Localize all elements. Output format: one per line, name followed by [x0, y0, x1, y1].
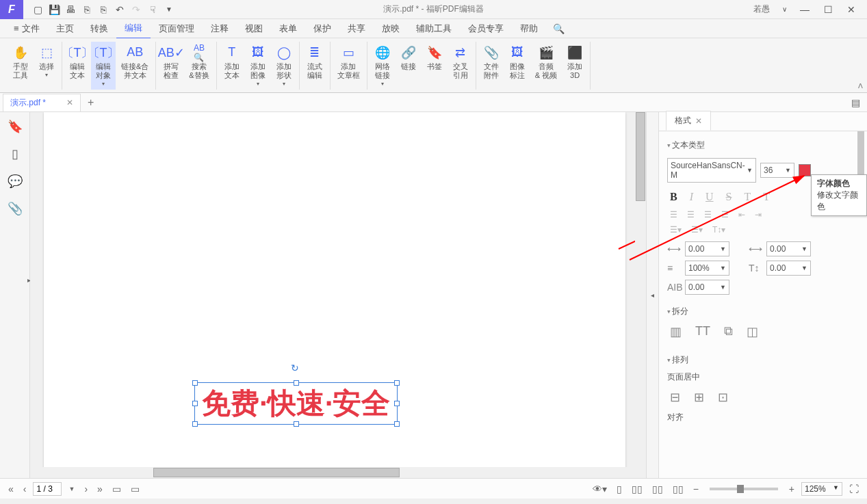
panel-tab-close-icon[interactable]: ✕	[695, 116, 702, 126]
save-icon[interactable]: 💾	[47, 2, 62, 17]
split-vertical-button[interactable]: ▥	[670, 324, 682, 339]
tab-panel-icon[interactable]: ▤	[849, 96, 863, 109]
menu-vip[interactable]: 会员专享	[460, 19, 512, 38]
image-annot-button[interactable]: 🖼图像 标注	[505, 42, 530, 83]
add-article-box-button[interactable]: ▭添加 文章框	[333, 42, 364, 83]
v-scroll-thumb[interactable]	[636, 112, 645, 201]
pdf-page[interactable]: ↻ 免费·快速·安全	[44, 112, 625, 478]
selected-text-object[interactable]: ↻ 免费·快速·安全	[194, 382, 398, 425]
export2-icon[interactable]: ⎘	[96, 2, 111, 17]
view-mode2-icon[interactable]: ▭	[128, 482, 142, 496]
prev-page-button[interactable]: ‹	[21, 482, 29, 496]
format-tab[interactable]: 格式✕	[666, 111, 711, 131]
zoom-in-button[interactable]: +	[786, 482, 797, 496]
qat-dropdown-icon[interactable]: ▼	[161, 2, 177, 17]
menu-convert[interactable]: 转换	[82, 19, 116, 38]
document-tab[interactable]: 演示.pdf * ✕	[3, 94, 81, 111]
resize-handle-mr[interactable]	[394, 401, 400, 406]
merge-button[interactable]: ⧉	[724, 324, 733, 339]
page-dropdown-icon[interactable]: ▼	[66, 484, 77, 494]
font-family-select[interactable]: SourceHanSansCN-M▼	[667, 158, 756, 183]
indent-decrease-button[interactable]: ⇤	[738, 210, 745, 220]
maximize-button[interactable]: ☐	[818, 1, 838, 18]
hand-icon[interactable]: ☟	[145, 2, 160, 17]
minimize-button[interactable]: —	[794, 1, 815, 18]
center-both-button[interactable]: ⊡	[718, 390, 728, 405]
zoom-level-select[interactable]: 125%▼	[801, 482, 842, 496]
last-page-button[interactable]: »	[94, 482, 105, 496]
char-spacing-input[interactable]: 0.00▼	[685, 241, 729, 256]
resize-handle-bl[interactable]	[192, 421, 198, 427]
canvas-area[interactable]: ↻ 免费·快速·安全	[30, 112, 646, 478]
fullscreen-icon[interactable]: ⛶	[846, 482, 862, 496]
single-page-icon[interactable]: ▯	[614, 482, 625, 496]
menu-accessibility[interactable]: 辅助工具	[408, 19, 460, 38]
rotate-handle-icon[interactable]: ↻	[291, 362, 302, 373]
line-height-input[interactable]: 100%▼	[685, 261, 729, 276]
strikethrough-button[interactable]: S	[726, 191, 732, 203]
search-icon[interactable]: 🔍	[553, 23, 565, 34]
resize-handle-ml[interactable]	[192, 401, 198, 406]
zoom-slider-handle[interactable]	[737, 485, 744, 493]
menu-edit[interactable]: 编辑	[116, 18, 151, 39]
h-scroll-thumb[interactable]	[153, 468, 400, 477]
add-image-button[interactable]: 🖼添加 图像▾	[246, 42, 270, 90]
baseline-input[interactable]: 0.00▼	[766, 261, 811, 276]
user-name[interactable]: 若愚	[749, 3, 774, 15]
new-tab-button[interactable]: +	[81, 96, 101, 109]
right-dock-handle[interactable]: ◂	[646, 112, 658, 478]
media-button[interactable]: 🎬音频 & 视频	[531, 42, 561, 83]
attachments-panel-icon[interactable]: 📎	[8, 201, 23, 216]
resize-handle-tr[interactable]	[394, 380, 400, 386]
eye-icon[interactable]: 👁▾	[590, 482, 610, 496]
resize-handle-bm[interactable]	[294, 421, 299, 427]
number-list-button[interactable]: ☰▾	[691, 225, 703, 235]
menu-pages[interactable]: 页面管理	[151, 19, 203, 38]
subscript-button[interactable]: T	[763, 191, 770, 203]
undo-icon[interactable]: ↶	[112, 2, 127, 17]
text-type-section-header[interactable]: 文本类型	[667, 137, 859, 154]
menu-home[interactable]: 主页	[48, 19, 82, 38]
bold-button[interactable]: B	[670, 191, 677, 203]
align-justify-button[interactable]: ☰	[721, 210, 729, 220]
bullet-list-button[interactable]: ☰▾	[670, 225, 682, 235]
crossref-button[interactable]: ⇄交叉 引用	[448, 42, 473, 83]
facing-continuous-icon[interactable]: ▯▯	[670, 482, 686, 496]
edit-text-button[interactable]: 〔T〕编辑 文本	[65, 42, 90, 83]
crop-button[interactable]: ◫	[747, 324, 758, 339]
spellcheck-button[interactable]: AB✓拼写 检查	[159, 42, 183, 83]
vertical-scrollbar[interactable]	[635, 112, 646, 478]
font-size-select[interactable]: 36▼	[760, 163, 794, 178]
bookmark-button[interactable]: 🔖书签	[422, 42, 447, 74]
tab-close-icon[interactable]: ✕	[66, 98, 73, 107]
center-v-button[interactable]: ⊞	[694, 390, 704, 405]
select-tool-button[interactable]: ⬚选择▾	[34, 42, 59, 81]
center-h-button[interactable]: ⊟	[670, 390, 680, 405]
menu-protect[interactable]: 保护	[305, 19, 339, 38]
open-icon[interactable]: ▢	[30, 2, 45, 17]
writing-direction-button[interactable]: T↕▾	[712, 225, 725, 235]
menu-view[interactable]: 视图	[237, 19, 271, 38]
resize-handle-tl[interactable]	[192, 380, 198, 386]
underline-button[interactable]: U	[706, 191, 714, 203]
comments-panel-icon[interactable]: 💬	[8, 174, 23, 189]
add-3d-button[interactable]: ⬛添加 3D	[562, 42, 587, 83]
menu-share[interactable]: 共享	[339, 19, 374, 38]
close-button[interactable]: ✕	[841, 1, 862, 18]
resize-handle-br[interactable]	[394, 421, 400, 427]
align-center-button[interactable]: ☰	[687, 210, 695, 220]
menu-present[interactable]: 放映	[374, 19, 408, 38]
indent-increase-button[interactable]: ⇥	[755, 210, 762, 220]
arrange-section-header[interactable]: 排列	[667, 352, 859, 369]
web-link-button[interactable]: 🌐网络 链接▾	[370, 42, 395, 90]
hand-tool-button[interactable]: ✋手型 工具	[8, 42, 33, 83]
split-text-button[interactable]: TT	[695, 324, 710, 339]
reflow-edit-button[interactable]: ≣流式 编辑	[302, 42, 327, 83]
view-mode1-icon[interactable]: ▭	[109, 482, 124, 496]
align-right-button[interactable]: ☰	[704, 210, 712, 220]
horizontal-scrollbar[interactable]	[30, 467, 635, 478]
menu-form[interactable]: 表单	[271, 19, 305, 38]
menu-help[interactable]: 帮助	[512, 19, 546, 38]
attachment-button[interactable]: 📎文件 附件	[479, 42, 504, 83]
font-color-button[interactable]	[799, 164, 811, 176]
